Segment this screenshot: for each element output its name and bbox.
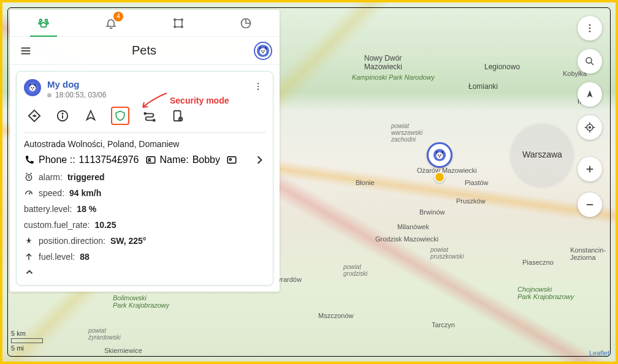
user-avatar[interactable] — [254, 42, 272, 60]
arrow-icon — [139, 90, 170, 111]
hamburger-icon — [19, 44, 32, 58]
security-mode-button[interactable] — [111, 107, 129, 125]
attribution[interactable]: Leaflet — [589, 349, 609, 357]
svg-rect-9 — [175, 20, 182, 27]
scale-km: 5 km — [11, 330, 43, 338]
navigation-arrow-icon — [84, 109, 97, 123]
map-label: Nowy Dwór Mazowiecki — [364, 54, 402, 71]
name-value: Bobby — [193, 154, 220, 165]
map-label: Pruszków — [456, 197, 486, 205]
svg-point-20 — [261, 50, 262, 51]
svg-point-19 — [260, 48, 267, 55]
speedometer-icon — [24, 188, 34, 198]
id-card-icon — [226, 154, 237, 165]
map-scale: 5 km 5 mi — [11, 330, 43, 353]
battery-label: battery.level: — [24, 204, 72, 214]
svg-point-6 — [45, 19, 48, 21]
svg-point-33 — [62, 113, 63, 114]
svg-point-11 — [181, 18, 183, 20]
map-label: Skierniewice — [104, 347, 142, 354]
svg-point-30 — [258, 89, 259, 90]
map-label: Legionowo — [484, 63, 520, 71]
pet-address: Autostrada Wolności, Poland, Domaniew — [24, 138, 265, 154]
alarm-label: alarm: — [39, 172, 63, 182]
svg-point-45 — [589, 31, 591, 32]
zoom-out-button[interactable] — [578, 192, 602, 217]
svg-rect-40 — [227, 157, 236, 164]
svg-point-22 — [262, 51, 264, 53]
map-label: Mszczonów — [318, 312, 353, 319]
contact-row: Phone :: 1113754£976 Name: Bobby — [24, 154, 265, 166]
title-row: Pets — [10, 37, 280, 65]
svg-point-44 — [589, 28, 591, 29]
map-label: Tarczyn — [432, 321, 455, 328]
status-dot-icon — [47, 93, 52, 97]
map-label: Łomianki — [468, 82, 498, 91]
svg-point-2 — [438, 154, 439, 156]
collapse-button[interactable] — [24, 263, 265, 278]
security-mode-annotation: Security mode — [139, 90, 229, 111]
map-label: Grodzisk Mazowiecki — [375, 235, 438, 243]
map-label: Chojnowski Park Krajobrazowy — [517, 286, 574, 300]
phone-value: 1113754£976 — [79, 154, 139, 165]
speed-value: 94 km/h — [69, 188, 101, 198]
map-label: Milanówek — [397, 223, 429, 230]
svg-point-1 — [437, 152, 443, 159]
info-icon — [56, 109, 69, 123]
map-north-button[interactable] — [578, 82, 602, 107]
svg-point-24 — [29, 85, 36, 91]
fuel-rate-label: custom.fuel_rate: — [24, 220, 90, 230]
scale-seg — [11, 341, 43, 343]
polygon-icon — [172, 17, 185, 29]
map-search-button[interactable] — [578, 49, 602, 74]
svg-point-7 — [39, 22, 40, 24]
svg-point-12 — [174, 26, 176, 28]
map-label: powiat warszawski zachodni — [391, 123, 422, 143]
annotation-label: Security mode — [170, 96, 229, 105]
next-button[interactable] — [253, 154, 265, 166]
card-more-button[interactable] — [251, 79, 265, 94]
pie-chart-icon — [240, 17, 252, 29]
id-card-icon — [145, 154, 156, 165]
paw-icon — [37, 16, 50, 29]
page-title: Pets — [39, 44, 249, 58]
tab-geofences[interactable] — [165, 10, 192, 37]
map-gps-button[interactable] — [578, 115, 602, 140]
locate-button[interactable] — [83, 108, 99, 124]
svg-point-25 — [31, 87, 32, 88]
map-label: Piastów — [465, 179, 489, 186]
pet-marker[interactable] — [427, 142, 452, 183]
map-controls-top — [578, 16, 602, 140]
zoom-in-button[interactable] — [578, 157, 602, 181]
name-label: Name: — [160, 154, 189, 165]
directions-button[interactable] — [26, 108, 42, 124]
svg-point-29 — [258, 86, 259, 87]
svg-point-26 — [33, 87, 34, 88]
marker-position-dot — [434, 172, 445, 183]
tab-reports[interactable] — [232, 10, 259, 37]
svg-point-34 — [144, 113, 146, 115]
svg-point-10 — [174, 18, 176, 20]
svg-point-13 — [181, 26, 183, 28]
direction-value: SW, 225° — [110, 236, 147, 246]
svg-point-49 — [589, 127, 591, 129]
arrow-up-icon — [24, 252, 34, 262]
avatar-dog-icon — [256, 44, 270, 58]
scale-mi: 5 mi — [11, 343, 43, 353]
pet-name: My dog — [47, 79, 245, 89]
search-icon — [584, 56, 595, 67]
battery-value: 18 % — [77, 204, 96, 214]
tab-notifications[interactable]: 4 — [97, 10, 124, 37]
map-label: powiat żyrardowski — [88, 327, 121, 341]
info-button[interactable] — [55, 108, 71, 124]
map-label: Piaseczno — [522, 259, 554, 266]
north-arrow-icon — [584, 89, 595, 100]
pet-timestamp: 18:00:53, 03/06 — [55, 91, 106, 99]
map-label: Warszawa — [522, 150, 562, 159]
tab-pets[interactable] — [30, 10, 57, 37]
map-label: Kampinoski Park Narodowy — [352, 74, 435, 81]
map-more-button[interactable] — [578, 16, 602, 40]
more-vertical-icon — [253, 82, 263, 91]
direction-label: position.direction: — [39, 236, 105, 246]
menu-button[interactable] — [17, 42, 34, 59]
